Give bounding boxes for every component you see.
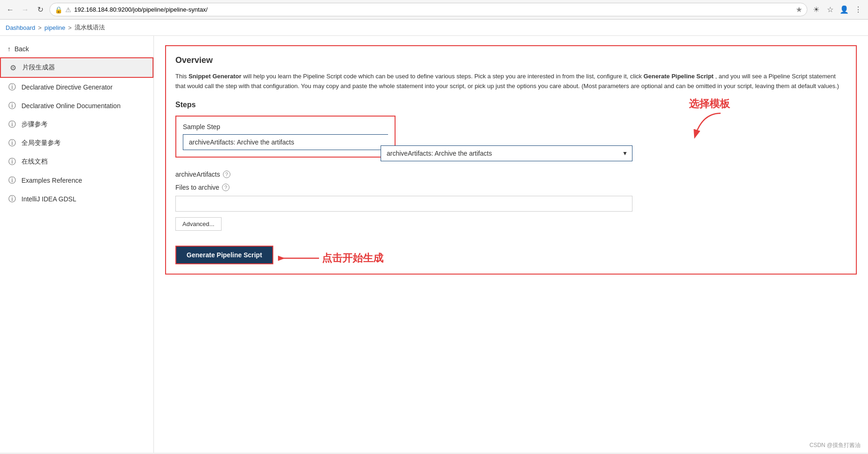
overview-text-1: This: [175, 73, 188, 80]
steps-title: Steps: [175, 101, 847, 109]
back-label: Back: [14, 45, 29, 53]
overview-bold-2: Generate Pipeline Script: [644, 73, 714, 80]
star-icon[interactable]: ☆: [825, 5, 835, 15]
browser-toolbar: ← → ↻ 🔒 ⚠ ★ ☀ ☆ 👤 ⋮: [0, 0, 868, 19]
sidebar-item-label: Examples Reference: [21, 177, 82, 184]
profile-icon[interactable]: 👤: [839, 5, 849, 15]
back-button[interactable]: ←: [5, 4, 16, 15]
sidebar-item-online-docs[interactable]: ⓘ 在线文档: [0, 152, 153, 171]
files-label-text: Files to archive: [175, 184, 219, 191]
sidebar-item-label: 片段生成器: [22, 63, 55, 72]
step-dropdown-wrapper: archiveArtifacts: Archive the artifactsb…: [381, 145, 632, 161]
step-select[interactable]: archiveArtifacts: Archive the artifactsb…: [381, 145, 632, 161]
sidebar-item-declarative-directive[interactable]: ⓘ Declarative Directive Generator: [0, 78, 153, 96]
back-arrow-icon: ↑: [7, 45, 11, 53]
overview-bold-1: Snippet Generator: [188, 73, 241, 80]
archive-label: archiveArtifacts ?: [175, 171, 847, 178]
archive-section: archiveArtifacts ? Files to archive ? Ad…: [175, 171, 847, 231]
advanced-button[interactable]: Advanced...: [175, 217, 222, 231]
breadcrumb-dashboard[interactable]: Dashboard: [6, 24, 35, 31]
bookmark-icon[interactable]: ★: [796, 5, 802, 14]
sidebar-item-declarative-docs[interactable]: ⓘ Declarative Online Documentation: [0, 96, 153, 115]
files-input[interactable]: [175, 196, 632, 212]
gear-icon: ⚙: [8, 63, 18, 72]
arrow-svg-generate: [278, 251, 320, 265]
overview-text-2: will help you learn the Pipeline Script …: [243, 73, 643, 80]
sidebar-item-global-var[interactable]: ⓘ 全局变量参考: [0, 134, 153, 152]
generate-pipeline-script-button[interactable]: Generate Pipeline Script: [175, 246, 273, 264]
sidebar-item-label: 在线文档: [21, 158, 48, 166]
archive-label-text: archiveArtifacts: [175, 171, 220, 178]
annotation-container: 选择模板 Sample Step archiveArtifacts: Archi…: [175, 116, 847, 161]
sidebar-item-snippet-generator[interactable]: ⚙ 片段生成器: [0, 57, 153, 78]
back-nav-item[interactable]: ↑ Back: [0, 41, 153, 57]
files-help-icon[interactable]: ?: [222, 184, 229, 191]
annotation-generate-text: 点击开始生成: [322, 251, 383, 265]
question-icon-5: ⓘ: [7, 157, 17, 166]
sidebar-item-label: 全局变量参考: [21, 139, 61, 147]
select-display-value: archiveArtifacts: Archive the artifacts: [183, 134, 388, 150]
archive-help-icon[interactable]: ?: [223, 171, 230, 178]
warning-icon: ⚠: [65, 6, 71, 14]
sidebar: ↑ Back ⚙ 片段生成器 ⓘ Declarative Directive G…: [0, 36, 154, 453]
breadcrumb-pipeline[interactable]: pipeline: [44, 24, 65, 31]
generate-btn-container: Generate Pipeline Script 点击开始生成: [175, 238, 273, 264]
question-icon-4: ⓘ: [7, 138, 17, 148]
step-select-wrapper: archiveArtifacts: Archive the artifacts: [183, 134, 388, 150]
annotation-box: Overview This Snippet Generator will hel…: [165, 45, 857, 275]
breadcrumb: Dashboard > pipeline > 流水线语法: [0, 20, 868, 36]
sidebar-item-examples-ref[interactable]: ⓘ Examples Reference: [0, 171, 153, 190]
annotation-select-text: 选择模板: [689, 97, 730, 111]
reload-button[interactable]: ↻: [35, 4, 46, 15]
menu-icon[interactable]: ⋮: [853, 5, 863, 15]
sidebar-item-label: Declarative Directive Generator: [21, 83, 112, 91]
content-area: Overview This Snippet Generator will hel…: [154, 36, 868, 453]
forward-button[interactable]: →: [20, 4, 31, 15]
watermark: CSDN @摸鱼打酱油: [809, 441, 861, 449]
arrow-svg-select: [688, 111, 725, 144]
breadcrumb-current: 流水线语法: [75, 23, 105, 32]
btn-annotation: 点击开始生成: [278, 251, 383, 265]
url-input[interactable]: [74, 6, 793, 13]
extensions-icon[interactable]: ☀: [811, 5, 821, 15]
question-icon-2: ⓘ: [7, 101, 17, 110]
question-icon-7: ⓘ: [7, 194, 17, 204]
sample-step-label: Sample Step: [183, 123, 388, 131]
breadcrumb-sep-2: >: [68, 24, 72, 31]
question-icon-3: ⓘ: [7, 120, 17, 129]
sidebar-item-steps-ref[interactable]: ⓘ 步骤参考: [0, 115, 153, 134]
overview-text: This Snippet Generator will help you lea…: [175, 72, 847, 91]
browser-chrome: ← → ↻ 🔒 ⚠ ★ ☀ ☆ 👤 ⋮: [0, 0, 868, 20]
security-icon: 🔒: [55, 6, 62, 14]
files-label: Files to archive ?: [175, 184, 847, 191]
question-icon-1: ⓘ: [7, 83, 17, 92]
sidebar-item-label: IntelliJ IDEA GDSL: [21, 195, 76, 203]
sample-step-box: Sample Step archiveArtifacts: Archive th…: [175, 116, 396, 158]
overview-title: Overview: [175, 55, 847, 65]
sidebar-item-intellij-gdsl[interactable]: ⓘ IntelliJ IDEA GDSL: [0, 190, 153, 208]
address-bar: 🔒 ⚠ ★: [49, 3, 807, 16]
main-layout: ↑ Back ⚙ 片段生成器 ⓘ Declarative Directive G…: [0, 36, 868, 453]
breadcrumb-sep-1: >: [38, 24, 42, 31]
browser-toolbar-icons: ☀ ☆ 👤 ⋮: [811, 5, 863, 15]
question-icon-6: ⓘ: [7, 176, 17, 185]
sidebar-item-label: 步骤参考: [21, 120, 48, 129]
select-annotation: 选择模板: [688, 111, 725, 144]
sidebar-item-label: Declarative Online Documentation: [21, 102, 120, 110]
